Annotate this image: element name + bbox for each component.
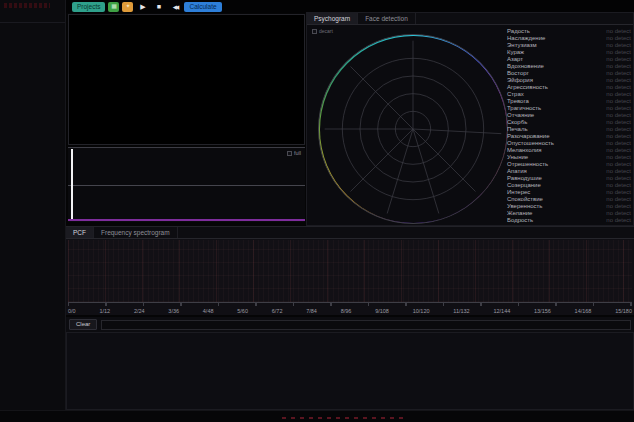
results-panel [66, 332, 634, 410]
emotion-list: Радость no detect Наслаждение no detect … [507, 28, 631, 224]
stop-icon: ■ [157, 3, 161, 10]
decart-checkbox[interactable] [312, 29, 317, 34]
axis-tick-label: 6/72 [272, 307, 283, 315]
clear-button[interactable]: Clear [69, 319, 97, 330]
axis-tick-label: 4/48 [203, 307, 214, 315]
axis-tick-label: 5/60 [237, 307, 248, 315]
tab-psychogram[interactable]: Psychogram [307, 13, 358, 24]
emotion-value: no detect [606, 84, 631, 91]
emotion-value: no detect [606, 140, 631, 147]
emotion-value: no detect [606, 91, 631, 98]
emotion-value: no detect [606, 77, 631, 84]
emotion-value: no detect [606, 98, 631, 105]
emotion-label: Интерес [507, 189, 530, 196]
waveform-trace-line [68, 219, 305, 221]
play-icon: ▶ [140, 3, 145, 10]
tab-pcf[interactable]: PCF [66, 227, 94, 238]
emotion-label: Созерцание [507, 182, 541, 189]
emotion-value: no detect [606, 175, 631, 182]
app-window: Projects ▦ ✦ ▶ ■ ◀◀ Calculate full Psych… [0, 0, 634, 422]
emotion-label: Равнодушие [507, 175, 542, 182]
projects-button[interactable]: Projects [72, 2, 105, 12]
spectrogram-tabbar: PCF Frequency spectrogram [66, 227, 634, 239]
emotion-value: no detect [606, 49, 631, 56]
axis-tick-label: 9/108 [375, 307, 389, 315]
calculate-button[interactable]: Calculate [184, 2, 221, 12]
emotion-value: no detect [606, 168, 631, 175]
panel-grid-button[interactable]: ▦ [108, 2, 119, 12]
analysis-tabbar: Psychogram Face detection [307, 13, 633, 25]
axis-tick-label: 1/12 [99, 307, 110, 315]
emotion-row: Страх no detect [507, 91, 631, 98]
emotion-value: no detect [606, 35, 631, 42]
emotion-row: Трагичность no detect [507, 105, 631, 112]
playhead-cursor[interactable] [71, 149, 73, 221]
tab-face-detection[interactable]: Face detection [358, 13, 416, 24]
emotion-value: no detect [606, 161, 631, 168]
emotion-row: Агрессивность no detect [507, 84, 631, 91]
emotion-row: Наслаждение no detect [507, 35, 631, 42]
grid-icon: ▦ [111, 3, 117, 9]
emotion-row: Вдохновение no detect [507, 63, 631, 70]
play-button[interactable]: ▶ [136, 2, 149, 12]
emotion-row: Отчаяние no detect [507, 112, 631, 119]
emotion-label: Наслаждение [507, 35, 545, 42]
waveform-centerline [68, 185, 305, 186]
emotion-value: no detect [606, 126, 631, 133]
video-preview [68, 14, 305, 145]
emotion-label: Отрешенность [507, 161, 548, 168]
emotion-value: no detect [606, 189, 631, 196]
stop-button[interactable]: ■ [152, 2, 165, 12]
emotion-label: Страх [507, 91, 524, 98]
emotion-row: Уныние no detect [507, 154, 631, 161]
pcf-grid [68, 240, 632, 302]
emotion-label: Уныние [507, 154, 528, 161]
waveform-panel[interactable]: full [68, 147, 305, 222]
emotion-row: Разочарование no detect [507, 133, 631, 140]
emotion-label: Опустошенность [507, 140, 554, 147]
emotion-label: Агрессивность [507, 84, 548, 91]
axis-tick-label: 10/120 [413, 307, 430, 315]
emotion-value: no detect [606, 182, 631, 189]
emotion-label: Желание [507, 210, 532, 217]
emotion-label: Уверенность [507, 203, 542, 210]
psychogram-polar-chart [318, 34, 508, 224]
axis-tick-label: 14/168 [575, 307, 592, 315]
emotion-value: no detect [606, 119, 631, 126]
emotion-label: Трагичность [507, 105, 541, 112]
status-strip-marks [282, 417, 404, 419]
emotion-row: Желание no detect [507, 210, 631, 217]
emotion-value: no detect [606, 105, 631, 112]
emotion-value: no detect [606, 28, 631, 35]
emotion-row: Энтузиазм no detect [507, 42, 631, 49]
highlight-tool-button[interactable]: ✦ [122, 2, 133, 12]
emotion-value: no detect [606, 210, 631, 217]
emotion-label: Азарт [507, 56, 523, 63]
emotion-label: Отчаяние [507, 112, 534, 119]
full-checkbox[interactable] [287, 151, 292, 156]
emotion-label: Эйфория [507, 77, 533, 84]
star-icon: ✦ [125, 3, 130, 9]
emotion-label: Тревога [507, 98, 529, 105]
emotion-value: no detect [606, 63, 631, 70]
axis-labels: 0/0 1/12 2/24 3/36 4/48 5/60 6/72 7/84 8… [68, 307, 632, 315]
sidebar [0, 0, 66, 410]
status-strip [0, 410, 634, 422]
emotion-label: Радость [507, 28, 530, 35]
emotion-label: Кураж [507, 49, 524, 56]
emotion-row: Тревога no detect [507, 98, 631, 105]
spectrogram-panel: PCF Frequency spectrogram 0/0 1/12 2/24 … [66, 226, 634, 315]
progress-track[interactable] [101, 320, 631, 330]
analysis-panel: Psychogram Face detection decart Радость… [306, 12, 634, 226]
emotion-row: Эйфория no detect [507, 77, 631, 84]
emotion-row: Азарт no detect [507, 56, 631, 63]
rewind-button[interactable]: ◀◀ [168, 2, 181, 12]
emotion-row: Отрешенность no detect [507, 161, 631, 168]
emotion-label: Энтузиазм [507, 42, 537, 49]
emotion-value: no detect [606, 42, 631, 49]
tab-frequency-spectrogram[interactable]: Frequency spectrogram [94, 227, 178, 238]
axis-tick-label: 7/84 [306, 307, 317, 315]
full-checkbox-label: full [294, 150, 301, 156]
emotion-label: Вдохновение [507, 63, 544, 70]
axis-tick-label: 12/144 [493, 307, 510, 315]
